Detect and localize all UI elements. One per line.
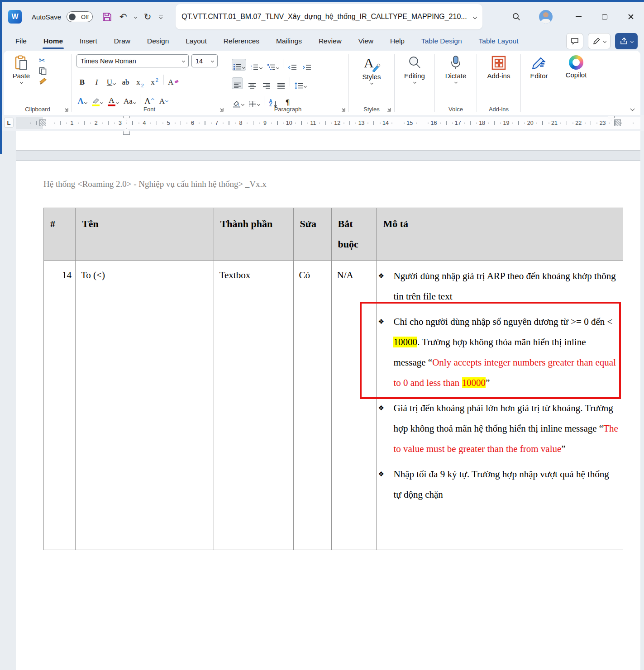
multilevel-list-button[interactable]: [266, 59, 280, 71]
grow-font-button[interactable]: A: [143, 95, 155, 106]
copilot-button[interactable]: Copilot: [557, 51, 595, 115]
tab-layout[interactable]: Layout: [185, 35, 208, 47]
paste-button[interactable]: Paste: [4, 51, 39, 85]
ruler-tick: [572, 123, 573, 124]
ruler-number: 20: [527, 117, 534, 129]
italic-button[interactable]: I: [91, 76, 102, 87]
save-button[interactable]: [102, 12, 112, 22]
tab-table-layout[interactable]: Table Layout: [478, 35, 520, 47]
tab-insert[interactable]: Insert: [79, 35, 98, 47]
undo-dropdown-chevron-icon[interactable]: [134, 15, 137, 18]
editing-group: Editing: [395, 51, 434, 115]
align-right-button[interactable]: [261, 77, 272, 89]
tab-draw[interactable]: Draw: [113, 35, 131, 47]
first-line-indent-marker[interactable]: [123, 116, 130, 120]
font-dialog-launcher[interactable]: [219, 107, 224, 112]
bullets-button[interactable]: [232, 59, 246, 71]
format-painter-button[interactable]: [39, 77, 47, 85]
strikethrough-button[interactable]: ab: [120, 76, 131, 87]
ruler-number: 8: [239, 117, 243, 129]
minimize-button[interactable]: [565, 4, 592, 29]
ruler-tick: [542, 121, 543, 125]
tab-design[interactable]: Design: [146, 35, 170, 47]
increase-indent-button[interactable]: [301, 59, 312, 71]
subscript-button[interactable]: x2: [134, 76, 146, 87]
highlight-color-button[interactable]: [91, 95, 104, 106]
copilot-icon: [569, 55, 583, 70]
minimize-icon: [576, 16, 582, 17]
editing-button[interactable]: Editing: [395, 51, 434, 83]
search-button[interactable]: [506, 6, 527, 28]
tab-references[interactable]: References: [223, 35, 260, 47]
font-color-button[interactable]: A: [107, 95, 119, 106]
ruler-number: 12: [334, 117, 340, 129]
comments-button[interactable]: [566, 33, 583, 49]
ruler-tick: [126, 123, 127, 124]
document-title: QT.VTT.CNTT.01_BM.07_TLNV_Xây_dựng_hệ_th…: [181, 13, 467, 21]
close-button[interactable]: [618, 4, 644, 29]
document-area[interactable]: Hệ thống <Roaming 2.0> - Nghiệp vụ cấu h…: [0, 131, 644, 670]
right-indent-marker[interactable]: [608, 116, 615, 120]
change-case-button[interactable]: Aa: [123, 95, 137, 106]
clipboard-dialog-launcher[interactable]: [63, 107, 69, 112]
maximize-button[interactable]: [592, 4, 618, 29]
tab-stop-selector[interactable]: L: [4, 118, 14, 128]
ruler-tick: [235, 123, 236, 124]
font-size-combo[interactable]: 14: [191, 54, 218, 67]
ruler-number: 10: [286, 117, 292, 129]
ruler-tick: [560, 123, 561, 124]
tab-review[interactable]: Review: [318, 35, 343, 47]
page[interactable]: Hệ thống <Roaming 2.0> - Nghiệp vụ cấu h…: [16, 161, 640, 670]
diamond-bullet-icon: ❖: [378, 266, 384, 286]
bold-button[interactable]: B: [76, 76, 88, 87]
collapse-ribbon-button[interactable]: [630, 107, 635, 111]
copy-button[interactable]: [39, 67, 47, 75]
font-size-chevron-icon: [211, 59, 214, 62]
undo-button[interactable]: ↶: [119, 11, 127, 22]
dictate-button[interactable]: Dictate: [435, 51, 477, 83]
word-window: W AutoSave Off ↶ ↻ QT.VTT.CNTT.01_BM.07_…: [0, 0, 644, 670]
tab-home[interactable]: Home: [43, 35, 64, 47]
cut-button[interactable]: ✂: [39, 56, 47, 65]
styles-button[interactable]: A Styles: [349, 51, 394, 84]
addins-button[interactable]: Add-ins: [477, 51, 520, 80]
autosave-toggle[interactable]: Off: [67, 11, 93, 22]
document-title-button[interactable]: QT.VTT.CNTT.01_BM.07_TLNV_Xây_dựng_hệ_th…: [176, 4, 482, 29]
editor-button[interactable]: Editor: [521, 51, 557, 115]
share-button[interactable]: [615, 33, 638, 49]
tab-table-design[interactable]: Table Design: [420, 35, 463, 47]
justify-button[interactable]: [275, 77, 286, 89]
font-name-combo[interactable]: Times New Roman: [76, 54, 189, 67]
decrease-indent-button[interactable]: [286, 59, 298, 71]
ruler-tick: [446, 121, 447, 125]
dictate-chevron-icon: [454, 81, 457, 84]
align-center-button[interactable]: [246, 77, 258, 89]
align-left-button[interactable]: [232, 77, 243, 89]
ruler-tick: [367, 123, 368, 124]
tab-view[interactable]: View: [358, 35, 374, 47]
styles-dialog-launcher[interactable]: [386, 107, 391, 112]
line-spacing-button[interactable]: [293, 77, 307, 89]
tab-mailings[interactable]: Mailings: [275, 35, 303, 47]
tabrow-right: [566, 33, 638, 49]
ruler-tick: [205, 121, 205, 125]
clear-formatting-button[interactable]: A: [167, 76, 180, 87]
numbering-button[interactable]: [249, 59, 263, 71]
tab-help[interactable]: Help: [389, 35, 405, 47]
hanging-indent-marker[interactable]: [123, 128, 130, 135]
microphone-icon: [449, 55, 463, 71]
paragraph-dialog-launcher[interactable]: [340, 107, 346, 112]
shrink-font-button[interactable]: A: [158, 95, 169, 106]
tab-file[interactable]: File: [14, 35, 28, 47]
redo-button[interactable]: ↻: [144, 11, 152, 22]
word-app-icon[interactable]: W: [8, 10, 22, 24]
superscript-button[interactable]: x2: [149, 76, 160, 87]
editing-mode-button[interactable]: [588, 33, 611, 49]
account-avatar[interactable]: [539, 10, 553, 24]
ruler-tick: [271, 123, 272, 124]
left-margin-marker[interactable]: [39, 119, 46, 126]
horizontal-ruler[interactable]: 1234567891011121314151617181920212223: [16, 117, 640, 129]
customize-qat-button[interactable]: [159, 15, 163, 19]
text-effects-button[interactable]: A: [76, 95, 88, 106]
underline-button[interactable]: U: [105, 76, 117, 87]
